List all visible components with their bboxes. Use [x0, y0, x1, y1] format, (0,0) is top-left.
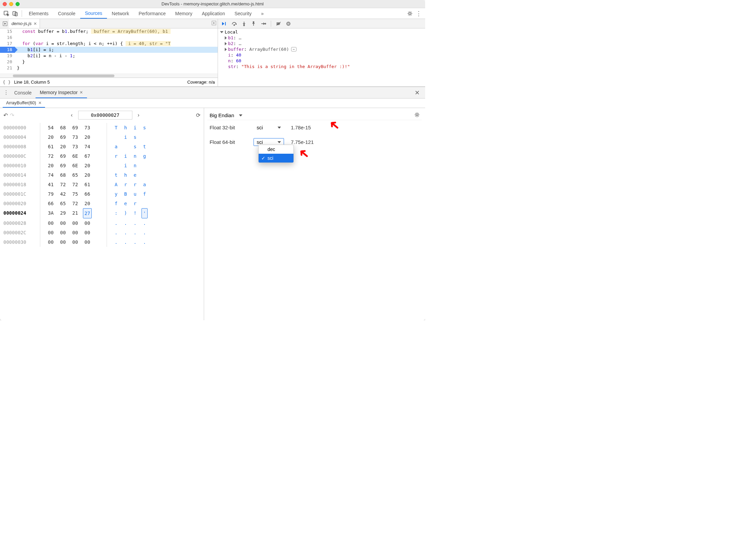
scope-variable[interactable]: buffer: ArrayBuffer(60)⋯: [218, 46, 425, 52]
refresh-icon[interactable]: ⟳: [196, 112, 200, 119]
scope-local-header[interactable]: Local: [218, 29, 425, 35]
value-label: Float 64-bit: [210, 139, 247, 145]
code-line[interactable]: 19 b2[i] = n - i - 1;: [0, 53, 218, 59]
debugger-toolbar: [218, 19, 425, 28]
hex-row[interactable]: 0000001841727261Arra: [3, 180, 200, 189]
kebab-menu-icon[interactable]: ⋮: [414, 9, 423, 18]
svg-rect-1: [13, 12, 16, 15]
tab-console[interactable]: Console: [53, 8, 80, 19]
drawer-tab-console[interactable]: Console: [10, 87, 36, 98]
run-snippet-icon[interactable]: [212, 21, 216, 26]
svg-point-18: [416, 114, 418, 116]
value-inspector: Big Endian Float 32-bit sci 1.78e-15 Flo…: [204, 108, 425, 320]
hex-table[interactable]: 0000000054686973This0000000420697320 is …: [3, 123, 200, 247]
svg-point-13: [265, 23, 266, 24]
code-editor[interactable]: 15 const buffer = b1.buffer; buffer = Ar…: [0, 28, 218, 73]
code-line[interactable]: 18 b1[i] = i;: [0, 47, 218, 53]
scope-variable[interactable]: b2: …: [218, 41, 425, 46]
horizontal-scrollbar[interactable]: [0, 73, 218, 78]
value-settings-gear-icon[interactable]: [414, 112, 420, 119]
svg-rect-16: [287, 23, 288, 25]
hex-row[interactable]: 0000000C72696E67ring: [3, 151, 200, 161]
hex-row[interactable]: 0000002C00000000....: [3, 228, 200, 237]
separator: [271, 21, 271, 27]
code-line[interactable]: 15 const buffer = b1.buffer; buffer = Ar…: [0, 28, 218, 35]
scope-variable[interactable]: i: 40: [218, 52, 425, 58]
hex-row[interactable]: 0000002066657220fer: [3, 199, 200, 208]
scope-variable[interactable]: str: "This is a string in the ArrayBuffe…: [218, 64, 425, 69]
redo-icon[interactable]: ↷: [10, 112, 14, 119]
hex-row[interactable]: 0000000861207374a st: [3, 142, 200, 151]
memory-inspector-body: ↶ ↷ ‹ › ⟳ 0000000054686973This0000000420…: [0, 108, 425, 320]
tab-network[interactable]: Network: [107, 8, 134, 19]
svg-point-11: [253, 21, 254, 22]
hex-row[interactable]: 0000001474686520the: [3, 170, 200, 180]
next-page-icon[interactable]: ›: [136, 112, 141, 118]
svg-point-7: [234, 24, 235, 25]
drawer-tab-memory-inspector[interactable]: Memory Inspector ✕: [36, 87, 87, 98]
deactivate-breakpoints-icon[interactable]: [276, 21, 281, 26]
prev-page-icon[interactable]: ‹: [69, 112, 74, 118]
tab-security[interactable]: Security: [230, 8, 257, 19]
code-line[interactable]: 16: [0, 35, 218, 41]
tab-performance[interactable]: Performance: [134, 8, 170, 19]
undo-icon[interactable]: ↶: [3, 112, 8, 119]
step-into-icon[interactable]: [242, 21, 246, 26]
hex-row[interactable]: 0000003000000000....: [3, 237, 200, 247]
step-over-icon[interactable]: [232, 21, 237, 26]
inspect-element-icon[interactable]: [2, 9, 11, 18]
pause-on-exceptions-icon[interactable]: [286, 21, 291, 26]
debugger-pane: Local b1: …b2: …buffer: ArrayBuffer(60)⋯…: [218, 19, 425, 86]
tab-memory[interactable]: Memory: [171, 8, 197, 19]
coverage-status: Coverage: n/a: [187, 80, 215, 85]
navigator-toggle-icon[interactable]: [1, 21, 9, 26]
device-toolbar-icon[interactable]: [11, 9, 20, 18]
devtools-window: DevTools - memory-inspector.glitch.me/de…: [0, 0, 425, 320]
window-title: DevTools - memory-inspector.glitch.me/de…: [0, 1, 425, 6]
cursor-position: Line 18, Column 5: [14, 80, 50, 85]
scope-variable[interactable]: b1: …: [218, 35, 425, 41]
code-line[interactable]: 17 for (var i = str.length; i < n; ++i) …: [0, 41, 218, 47]
scope-variable[interactable]: n: 60: [218, 58, 425, 64]
settings-gear-icon[interactable]: [406, 9, 414, 18]
endianness-selector[interactable]: Big Endian: [207, 111, 422, 120]
pretty-print-icon[interactable]: { }: [3, 80, 10, 85]
code-line[interactable]: 21}: [0, 65, 218, 71]
format-dropdown[interactable]: dec sci: [258, 145, 294, 163]
format-option-dec[interactable]: dec: [259, 145, 293, 154]
hex-row[interactable]: 0000002800000000....: [3, 218, 200, 228]
hex-row[interactable]: 0000000420697320 is: [3, 132, 200, 142]
tab-sources[interactable]: Sources: [80, 8, 107, 19]
address-input[interactable]: [78, 111, 132, 120]
hex-row[interactable]: 0000001C79427566yBuf: [3, 189, 200, 199]
close-tab-icon[interactable]: ✕: [34, 21, 37, 26]
hex-row[interactable]: 0000001020696E20 in: [3, 161, 200, 170]
hex-row[interactable]: 0000000054686973This: [3, 123, 200, 132]
tab-elements[interactable]: Elements: [24, 8, 53, 19]
scrollbar-thumb[interactable]: [13, 74, 114, 77]
step-icon[interactable]: [261, 21, 266, 26]
value-label: Float 32-bit: [210, 125, 247, 130]
drawer-tab-bar: ⋮ Console Memory Inspector ✕ ✕: [0, 87, 425, 99]
close-drawer-icon[interactable]: ✕: [411, 89, 423, 96]
close-tab-icon[interactable]: ✕: [38, 101, 42, 105]
tab-overflow[interactable]: »: [256, 8, 268, 19]
format-option-sci[interactable]: sci: [259, 154, 293, 163]
svg-point-9: [243, 25, 244, 26]
buffer-tab-arraybuffer[interactable]: ArrayBuffer(60) ✕: [3, 99, 45, 108]
resume-icon[interactable]: [221, 21, 227, 26]
close-tab-icon[interactable]: ✕: [80, 90, 83, 95]
step-out-icon[interactable]: [251, 21, 256, 26]
hex-row[interactable]: 000000243A292127:)!': [3, 208, 200, 218]
svg-point-15: [286, 22, 290, 26]
drawer: ⋮ Console Memory Inspector ✕ ✕ ArrayBuff…: [0, 87, 425, 320]
code-line[interactable]: 20 }: [0, 59, 218, 65]
value-float64: 7.75e-121: [291, 139, 314, 145]
scope-panel[interactable]: Local b1: …b2: …buffer: ArrayBuffer(60)⋯…: [218, 28, 425, 86]
drawer-menu-icon[interactable]: ⋮: [2, 89, 10, 96]
sources-split: demo-js.js ✕ 15 const buffer = b1.buffer…: [0, 19, 425, 87]
format-selector-float32[interactable]: sci: [254, 124, 284, 131]
tab-application[interactable]: Application: [197, 8, 230, 19]
file-tab-demo-js[interactable]: demo-js.js ✕: [9, 19, 40, 28]
caret-down-icon: [239, 114, 242, 116]
